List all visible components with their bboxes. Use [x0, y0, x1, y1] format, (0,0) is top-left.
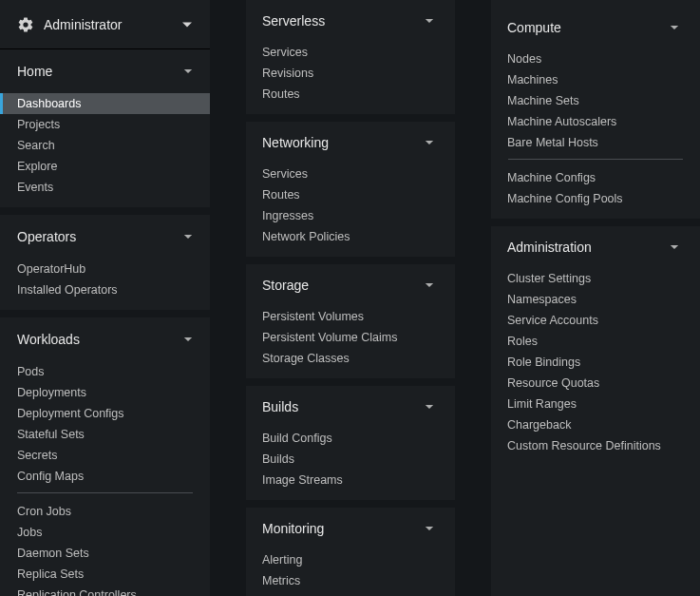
nav-section-storage: StoragePersistent VolumesPersistent Volu… [246, 264, 455, 378]
nav-divider [17, 492, 193, 493]
nav-item-explore[interactable]: Explore [0, 156, 210, 177]
nav-section-items: NodesMachinesMachine SetsMachine Autosca… [491, 48, 700, 219]
nav-item-machine-sets[interactable]: Machine Sets [491, 90, 700, 111]
nav-item-roles[interactable]: Roles [491, 331, 700, 352]
nav-item-machine-configs[interactable]: Machine Configs [491, 167, 700, 188]
nav-item-build-configs[interactable]: Build Configs [246, 428, 455, 449]
nav-column-2: ServerlessServicesRevisionsRoutesNetwork… [246, 0, 455, 596]
nav-item-namespaces[interactable]: Namespaces [491, 289, 700, 310]
nav-item-network-policies[interactable]: Network Policies [246, 226, 455, 247]
section-gap [491, 219, 700, 226]
nav-item-machine-config-pools[interactable]: Machine Config Pools [491, 188, 700, 209]
nav-section-header-serverless[interactable]: Serverless [246, 0, 455, 42]
nav-item-pods[interactable]: Pods [0, 361, 210, 382]
nav-item-label: Machine Configs [507, 171, 596, 184]
nav-item-resource-quotas[interactable]: Resource Quotas [491, 373, 700, 394]
nav-item-replication-controllers[interactable]: Replication Controllers [0, 585, 210, 596]
nav-item-label: Roles [507, 335, 538, 348]
chevron-down-icon [425, 138, 434, 147]
nav-item-label: Daemon Sets [17, 547, 89, 560]
nav-item-label: Nodes [507, 52, 541, 66]
nav-item-services[interactable]: Services [246, 42, 455, 63]
nav-item-label: Machines [507, 73, 558, 87]
nav-item-services[interactable]: Services [246, 163, 455, 184]
nav-section-header-compute[interactable]: Compute [491, 7, 700, 48]
nav-section-administration: AdministrationCluster SettingsNamespaces… [491, 226, 700, 466]
nav-section-header-monitoring[interactable]: Monitoring [246, 508, 455, 549]
nav-section-header-builds[interactable]: Builds [246, 386, 455, 428]
nav-section-items: DashboardsProjectsSearchExploreEvents [0, 93, 210, 207]
nav-item-label: Installed Operators [17, 283, 118, 297]
nav-item-persistent-volumes[interactable]: Persistent Volumes [246, 306, 455, 327]
nav-section-label: Serverless [262, 13, 425, 29]
nav-item-events[interactable]: Events [0, 177, 210, 198]
nav-item-label: Replica Sets [17, 567, 84, 581]
section-gap [0, 310, 210, 317]
nav-item-jobs[interactable]: Jobs [0, 522, 210, 543]
cog-icon [17, 16, 34, 33]
nav-item-label: Routes [262, 87, 300, 101]
nav-item-builds[interactable]: Builds [246, 449, 455, 470]
nav-item-metrics[interactable]: Metrics [246, 570, 455, 591]
nav-item-nodes[interactable]: Nodes [491, 48, 700, 69]
nav-section-items: Build ConfigsBuildsImage Streams [246, 428, 455, 500]
nav-item-routes[interactable]: Routes [246, 84, 455, 105]
chevron-down-icon [425, 402, 434, 412]
nav-item-custom-resource-definitions[interactable]: Custom Resource Definitions [491, 435, 700, 456]
nav-item-replica-sets[interactable]: Replica Sets [0, 564, 210, 585]
nav-section-label: Storage [262, 278, 425, 293]
nav-item-secrets[interactable]: Secrets [0, 445, 210, 466]
nav-item-storage-classes[interactable]: Storage Classes [246, 348, 455, 369]
nav-item-label: Limit Ranges [507, 397, 577, 411]
nav-item-cron-jobs[interactable]: Cron Jobs [0, 501, 210, 522]
nav-item-ingresses[interactable]: Ingresses [246, 205, 455, 226]
nav-item-label: Persistent Volume Claims [262, 331, 397, 344]
nav-section-items: Cluster SettingsNamespacesService Accoun… [491, 268, 700, 466]
nav-item-installed-operators[interactable]: Installed Operators [0, 279, 210, 300]
nav-section-compute: ComputeNodesMachinesMachine SetsMachine … [491, 7, 700, 219]
nav-item-config-maps[interactable]: Config Maps [0, 466, 210, 487]
section-gap [246, 500, 455, 508]
nav-item-label: Network Policies [262, 230, 350, 243]
nav-section-header-administration[interactable]: Administration [491, 226, 700, 268]
nav-item-label: Service Accounts [507, 314, 598, 327]
nav-item-machines[interactable]: Machines [491, 69, 700, 90]
nav-item-deployment-configs[interactable]: Deployment Configs [0, 403, 210, 424]
nav-item-label: Persistent Volumes [262, 310, 364, 323]
nav-item-dashboards[interactable]: Dashboards [0, 93, 210, 114]
nav-section-header-home[interactable]: Home [0, 49, 210, 93]
nav-section-serverless: ServerlessServicesRevisionsRoutes [246, 0, 455, 114]
nav-section-header-operators[interactable]: Operators [0, 215, 210, 259]
nav-item-operatorhub[interactable]: OperatorHub [0, 259, 210, 279]
nav-section-label: Builds [262, 399, 425, 414]
nav-item-role-bindings[interactable]: Role Bindings [491, 352, 700, 373]
nav-item-projects[interactable]: Projects [0, 114, 210, 135]
nav-item-daemon-sets[interactable]: Daemon Sets [0, 543, 210, 564]
nav-item-machine-autoscalers[interactable]: Machine Autoscalers [491, 111, 700, 132]
nav-item-cluster-settings[interactable]: Cluster Settings [491, 268, 700, 289]
nav-item-alerting[interactable]: Alerting [246, 549, 455, 570]
nav-item-routes[interactable]: Routes [246, 184, 455, 205]
nav-section-label: Networking [262, 135, 425, 150]
nav-section-header-networking[interactable]: Networking [246, 122, 455, 163]
nav-item-dashboards[interactable]: Dashboards [246, 591, 455, 596]
nav-section-header-workloads[interactable]: Workloads [0, 317, 210, 361]
nav-item-deployments[interactable]: Deployments [0, 382, 210, 403]
nav-item-bare-metal-hosts[interactable]: Bare Metal Hosts [491, 132, 700, 153]
nav-item-stateful-sets[interactable]: Stateful Sets [0, 424, 210, 445]
nav-item-label: Build Configs [262, 432, 332, 445]
nav-item-image-streams[interactable]: Image Streams [246, 470, 455, 490]
nav-item-persistent-volume-claims[interactable]: Persistent Volume Claims [246, 327, 455, 348]
nav-item-label: Machine Autoscalers [507, 115, 616, 128]
nav-item-label: Image Streams [262, 473, 343, 487]
perspective-switcher[interactable]: Administrator [0, 0, 210, 49]
nav-item-limit-ranges[interactable]: Limit Ranges [491, 394, 700, 414]
nav-item-search[interactable]: Search [0, 135, 210, 156]
nav-item-label: Bare Metal Hosts [507, 136, 598, 149]
nav-section-header-storage[interactable]: Storage [246, 264, 455, 306]
nav-item-chargeback[interactable]: Chargeback [491, 414, 700, 435]
nav-section-items: OperatorHubInstalled Operators [0, 259, 210, 310]
nav-item-label: Replication Controllers [17, 588, 137, 596]
nav-item-revisions[interactable]: Revisions [246, 63, 455, 84]
nav-item-service-accounts[interactable]: Service Accounts [491, 310, 700, 331]
